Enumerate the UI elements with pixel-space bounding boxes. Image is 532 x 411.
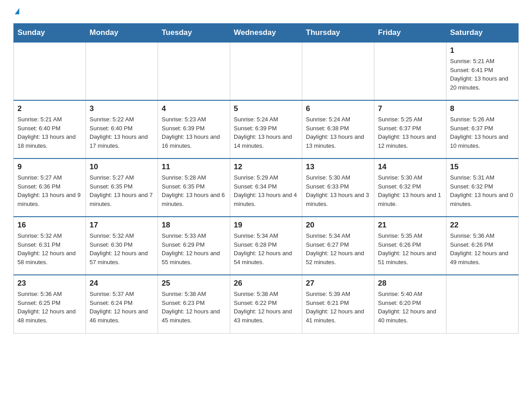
day-number: 19	[234, 221, 298, 230]
calendar-day-cell: 13Sunrise: 5:30 AMSunset: 6:33 PMDayligh…	[302, 158, 374, 217]
day-number: 5	[234, 104, 298, 113]
day-number: 26	[234, 279, 298, 288]
day-number: 24	[90, 279, 154, 288]
calendar-day-cell: 19Sunrise: 5:34 AMSunset: 6:28 PMDayligh…	[230, 217, 302, 275]
calendar-day-cell: 4Sunrise: 5:23 AMSunset: 6:39 PMDaylight…	[158, 100, 230, 158]
calendar-day-cell: 14Sunrise: 5:30 AMSunset: 6:32 PMDayligh…	[374, 158, 446, 217]
calendar-day-cell: 28Sunrise: 5:40 AMSunset: 6:20 PMDayligh…	[374, 275, 446, 333]
day-number: 17	[90, 221, 154, 230]
day-info: Sunrise: 5:33 AMSunset: 6:29 PMDaylight:…	[162, 231, 226, 266]
calendar-day-cell: 27Sunrise: 5:39 AMSunset: 6:21 PMDayligh…	[302, 275, 374, 333]
calendar-day-cell	[158, 42, 230, 100]
calendar-week-row: 23Sunrise: 5:36 AMSunset: 6:25 PMDayligh…	[14, 275, 519, 333]
day-number: 3	[90, 104, 154, 113]
calendar-day-cell	[446, 275, 519, 333]
day-info: Sunrise: 5:32 AMSunset: 6:30 PMDaylight:…	[90, 231, 154, 266]
day-info: Sunrise: 5:37 AMSunset: 6:24 PMDaylight:…	[90, 290, 154, 325]
calendar-day-cell	[14, 42, 86, 100]
day-info: Sunrise: 5:24 AMSunset: 6:38 PMDaylight:…	[306, 115, 370, 150]
calendar-day-cell: 7Sunrise: 5:25 AMSunset: 6:37 PMDaylight…	[374, 100, 446, 158]
logo	[13, 9, 19, 15]
calendar-day-cell: 23Sunrise: 5:36 AMSunset: 6:25 PMDayligh…	[14, 275, 86, 333]
day-info: Sunrise: 5:35 AMSunset: 6:26 PMDaylight:…	[378, 231, 442, 266]
calendar-day-cell: 17Sunrise: 5:32 AMSunset: 6:30 PMDayligh…	[86, 217, 158, 275]
day-number: 12	[234, 163, 298, 171]
calendar-day-cell	[302, 42, 374, 100]
day-of-week-header: Wednesday	[230, 24, 302, 43]
day-info: Sunrise: 5:22 AMSunset: 6:40 PMDaylight:…	[90, 115, 154, 150]
day-info: Sunrise: 5:24 AMSunset: 6:39 PMDaylight:…	[234, 115, 298, 150]
calendar-day-cell: 5Sunrise: 5:24 AMSunset: 6:39 PMDaylight…	[230, 100, 302, 158]
day-number: 27	[306, 279, 370, 288]
day-info: Sunrise: 5:30 AMSunset: 6:33 PMDaylight:…	[306, 173, 370, 208]
day-number: 10	[90, 163, 154, 171]
day-info: Sunrise: 5:26 AMSunset: 6:37 PMDaylight:…	[450, 115, 515, 150]
calendar-day-cell: 6Sunrise: 5:24 AMSunset: 6:38 PMDaylight…	[302, 100, 374, 158]
calendar-day-cell: 11Sunrise: 5:28 AMSunset: 6:35 PMDayligh…	[158, 158, 230, 217]
page-header	[13, 9, 519, 15]
day-info: Sunrise: 5:34 AMSunset: 6:28 PMDaylight:…	[234, 231, 298, 266]
calendar-day-cell: 22Sunrise: 5:36 AMSunset: 6:26 PMDayligh…	[446, 217, 519, 275]
calendar-week-row: 2Sunrise: 5:21 AMSunset: 6:40 PMDaylight…	[14, 100, 519, 158]
day-number: 15	[450, 163, 515, 171]
logo-triangle-icon	[15, 8, 19, 14]
calendar-day-cell: 16Sunrise: 5:32 AMSunset: 6:31 PMDayligh…	[14, 217, 86, 275]
day-number: 28	[378, 279, 442, 288]
day-info: Sunrise: 5:27 AMSunset: 6:36 PMDaylight:…	[17, 173, 82, 208]
day-info: Sunrise: 5:21 AMSunset: 6:40 PMDaylight:…	[17, 115, 82, 150]
calendar-header-row: SundayMondayTuesdayWednesdayThursdayFrid…	[14, 24, 519, 43]
calendar-week-row: 1Sunrise: 5:21 AMSunset: 6:41 PMDaylight…	[14, 42, 519, 100]
day-number: 8	[450, 104, 515, 113]
calendar-day-cell: 26Sunrise: 5:38 AMSunset: 6:22 PMDayligh…	[230, 275, 302, 333]
calendar-day-cell	[86, 42, 158, 100]
day-number: 4	[162, 104, 226, 113]
day-number: 9	[17, 163, 82, 171]
calendar-day-cell: 2Sunrise: 5:21 AMSunset: 6:40 PMDaylight…	[14, 100, 86, 158]
calendar-week-row: 16Sunrise: 5:32 AMSunset: 6:31 PMDayligh…	[14, 217, 519, 275]
day-of-week-header: Tuesday	[158, 24, 230, 43]
day-of-week-header: Thursday	[302, 24, 374, 43]
calendar-day-cell	[230, 42, 302, 100]
day-info: Sunrise: 5:36 AMSunset: 6:26 PMDaylight:…	[450, 231, 515, 266]
calendar-day-cell: 1Sunrise: 5:21 AMSunset: 6:41 PMDaylight…	[446, 42, 519, 100]
day-info: Sunrise: 5:39 AMSunset: 6:21 PMDaylight:…	[306, 290, 370, 325]
day-number: 22	[450, 221, 515, 230]
calendar-day-cell: 15Sunrise: 5:31 AMSunset: 6:32 PMDayligh…	[446, 158, 519, 217]
calendar-day-cell: 24Sunrise: 5:37 AMSunset: 6:24 PMDayligh…	[86, 275, 158, 333]
day-info: Sunrise: 5:31 AMSunset: 6:32 PMDaylight:…	[450, 173, 515, 208]
day-info: Sunrise: 5:36 AMSunset: 6:25 PMDaylight:…	[17, 290, 82, 325]
calendar-day-cell	[374, 42, 446, 100]
day-number: 14	[378, 163, 442, 171]
calendar-day-cell: 25Sunrise: 5:38 AMSunset: 6:23 PMDayligh…	[158, 275, 230, 333]
calendar-day-cell: 3Sunrise: 5:22 AMSunset: 6:40 PMDaylight…	[86, 100, 158, 158]
day-info: Sunrise: 5:32 AMSunset: 6:31 PMDaylight:…	[17, 231, 82, 266]
day-number: 13	[306, 163, 370, 171]
day-of-week-header: Friday	[374, 24, 446, 43]
day-info: Sunrise: 5:30 AMSunset: 6:32 PMDaylight:…	[378, 173, 442, 208]
calendar-day-cell: 9Sunrise: 5:27 AMSunset: 6:36 PMDaylight…	[14, 158, 86, 217]
day-number: 18	[162, 221, 226, 230]
day-number: 25	[162, 279, 226, 288]
day-of-week-header: Sunday	[14, 24, 86, 43]
day-info: Sunrise: 5:40 AMSunset: 6:20 PMDaylight:…	[378, 290, 442, 325]
day-info: Sunrise: 5:21 AMSunset: 6:41 PMDaylight:…	[450, 57, 515, 92]
day-number: 6	[306, 104, 370, 113]
calendar-day-cell: 20Sunrise: 5:34 AMSunset: 6:27 PMDayligh…	[302, 217, 374, 275]
day-info: Sunrise: 5:27 AMSunset: 6:35 PMDaylight:…	[90, 173, 154, 208]
day-info: Sunrise: 5:25 AMSunset: 6:37 PMDaylight:…	[378, 115, 442, 150]
day-number: 7	[378, 104, 442, 113]
calendar-day-cell: 8Sunrise: 5:26 AMSunset: 6:37 PMDaylight…	[446, 100, 519, 158]
calendar-day-cell: 18Sunrise: 5:33 AMSunset: 6:29 PMDayligh…	[158, 217, 230, 275]
day-number: 1	[450, 46, 515, 55]
day-number: 23	[17, 279, 82, 288]
day-number: 21	[378, 221, 442, 230]
day-info: Sunrise: 5:23 AMSunset: 6:39 PMDaylight:…	[162, 115, 226, 150]
calendar-week-row: 9Sunrise: 5:27 AMSunset: 6:36 PMDaylight…	[14, 158, 519, 217]
day-of-week-header: Monday	[86, 24, 158, 43]
day-number: 2	[17, 104, 82, 113]
day-of-week-header: Saturday	[446, 24, 519, 43]
day-info: Sunrise: 5:38 AMSunset: 6:23 PMDaylight:…	[162, 290, 226, 325]
day-info: Sunrise: 5:29 AMSunset: 6:34 PMDaylight:…	[234, 173, 298, 208]
day-number: 11	[162, 163, 226, 171]
day-info: Sunrise: 5:38 AMSunset: 6:22 PMDaylight:…	[234, 290, 298, 325]
